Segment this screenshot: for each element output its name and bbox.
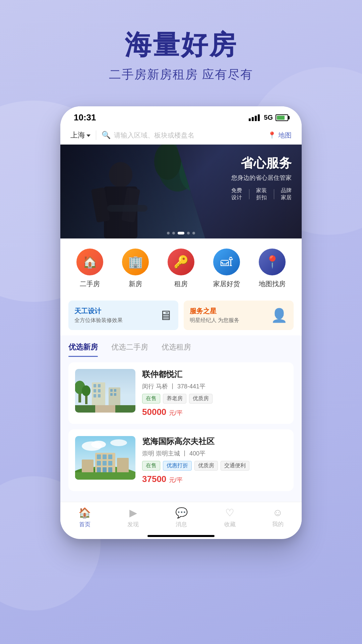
tab-rent[interactable]: 优选租房: [162, 342, 191, 357]
header-title: 海量好房: [0, 30, 362, 60]
listing-tags-1: 在售 养老房 优质房: [142, 394, 287, 404]
map-pin-icon: 📍: [268, 131, 276, 139]
tabs-section: 优选新房 优选二手房 优选租房: [60, 335, 302, 357]
category-new[interactable]: 🏢 新房: [122, 249, 149, 288]
header-subtitle: 二手房新房租房 应有尽有: [0, 66, 362, 83]
mine-icon: ☺: [273, 507, 283, 518]
svg-rect-17: [98, 384, 101, 387]
nav-favorites[interactable]: ♡ 收藏: [224, 507, 236, 528]
message-icon: 💬: [175, 507, 188, 519]
svg-rect-20: [94, 394, 96, 397]
category-section: 🏠 二手房 🏢 新房 🔑 租房 🛋 家居好货 📍 地图找房: [60, 238, 302, 295]
status-bar: 10:31 5G: [60, 106, 302, 126]
map-button[interactable]: 📍 地图: [268, 131, 292, 140]
listing-card-2[interactable]: 览海国际高尔夫社区 崇明 崇明主城 丨 400平 在售 优惠打折 优质房 交通便…: [68, 429, 294, 491]
promo-design-text: 天工设计 全方位体验装修效果: [74, 307, 123, 324]
tag-elderly-1: 养老房: [163, 394, 186, 404]
map-label: 地图: [278, 131, 292, 140]
svg-rect-41: [108, 461, 112, 466]
phone-mockup: 10:31 5G 上海 🔍: [60, 106, 302, 539]
banner-dot-4: [187, 232, 190, 234]
svg-rect-37: [103, 454, 107, 459]
category-secondhand[interactable]: 🏠 二手房: [76, 249, 103, 288]
nav-mine[interactable]: ☺ 我的: [272, 507, 284, 528]
banner-dot-2: [172, 232, 175, 234]
banner-tag-divider-2: [274, 189, 274, 199]
category-label-new: 新房: [129, 279, 142, 288]
nav-message[interactable]: 💬 消息: [175, 507, 188, 528]
listing-info-1: 联仲都悦汇 闵行 马桥 丨 378-441平 在售 养老房 优质房 50000 …: [142, 369, 287, 417]
svg-rect-36: [97, 454, 101, 459]
nav-favorites-label: 收藏: [224, 521, 236, 528]
tab-secondhand[interactable]: 优选二手房: [111, 342, 148, 357]
category-label-map: 地图找房: [259, 279, 286, 288]
svg-point-31: [91, 441, 106, 448]
status-time: 10:31: [74, 112, 96, 123]
search-placeholder: 请输入区域、板块或楼盘名: [114, 131, 194, 140]
price-unit-2: 元/平: [169, 477, 183, 483]
signal-bar-1: [249, 118, 251, 121]
listing-meta-1: 闵行 马桥 丨 378-441平: [142, 382, 287, 390]
category-icon-rent: 🔑: [168, 249, 194, 275]
tag-discount-2: 优惠打折: [163, 461, 192, 471]
network-label: 5G: [264, 114, 273, 121]
nav-discover[interactable]: ▶ 发现: [127, 507, 139, 528]
home-icon: 🏠: [78, 507, 91, 519]
battery-fill: [277, 116, 285, 120]
price-unit-1: 元/平: [169, 410, 183, 416]
city-selector[interactable]: 上海: [70, 130, 90, 140]
promo-section: 天工设计 全方位体验装修效果 🖥 服务之星 明星经纪人 为您服务 👤: [60, 295, 302, 335]
banner-content: 省心服务 您身边的省心居住管家 免费设计 家装折扣 品牌家居: [231, 155, 292, 201]
promo-design-title: 天工设计: [74, 307, 123, 316]
banner-dot-3: [178, 232, 184, 234]
listing-img-2: [75, 436, 135, 480]
svg-rect-28: [95, 405, 115, 413]
home-indicator: [147, 535, 215, 537]
banner-title: 省心服务: [231, 155, 292, 172]
promo-card-service[interactable]: 服务之星 明星经纪人 为您服务 👤: [184, 301, 294, 330]
tabs-row: 优选新房 优选二手房 优选租房: [68, 342, 294, 357]
nav-home[interactable]: 🏠 首页: [78, 507, 91, 528]
promo-card-design[interactable]: 天工设计 全方位体验装修效果 🖥: [68, 301, 178, 330]
category-icon-furniture: 🛋: [213, 249, 240, 275]
svg-rect-46: [117, 458, 129, 475]
listing-card-1[interactable]: 联仲都悦汇 闵行 马桥 丨 378-441平 在售 养老房 优质房 50000 …: [68, 362, 294, 424]
tab-new[interactable]: 优选新房: [68, 342, 98, 357]
listing-info-2: 览海国际高尔夫社区 崇明 崇明主城 丨 400平 在售 优惠打折 优质房 交通便…: [142, 436, 287, 484]
banner[interactable]: 省心服务 您身边的省心居住管家 免费设计 家装折扣 品牌家居: [60, 145, 302, 238]
category-label-rent: 租房: [174, 279, 188, 288]
banner-dot-1: [167, 232, 170, 234]
category-icon-map: 📍: [259, 249, 286, 275]
promo-design-subtitle: 全方位体验装修效果: [74, 317, 123, 324]
bottom-nav: 🏠 首页 ▶ 发现 💬 消息 ♡ 收藏 ☺ 我的: [60, 502, 302, 532]
discover-icon: ▶: [129, 507, 137, 519]
listing-name-1: 联仲都悦汇: [142, 369, 287, 380]
category-furniture[interactable]: 🛋 家居好货: [213, 249, 240, 288]
category-label-furniture: 家居好货: [213, 279, 240, 288]
banner-dot-5: [192, 232, 195, 234]
tag-quality-1: 优质房: [189, 394, 213, 404]
promo-design-icon: 🖥: [159, 308, 172, 323]
category-map[interactable]: 📍 地图找房: [259, 249, 286, 288]
signal-bar-4: [258, 114, 260, 121]
svg-rect-40: [103, 461, 107, 466]
svg-rect-18: [94, 389, 96, 392]
nav-mine-label: 我的: [272, 520, 284, 528]
signal-bar-3: [255, 116, 257, 121]
listing-price-1: 50000 元/平: [142, 407, 287, 417]
category-rent[interactable]: 🔑 租房: [168, 249, 194, 288]
status-icons: 5G: [249, 114, 288, 121]
banner-tag-2: 家装折扣: [256, 187, 267, 201]
svg-rect-24: [114, 389, 116, 392]
svg-rect-47: [75, 472, 135, 480]
banner-tag-divider-1: [249, 189, 249, 199]
search-divider: [96, 130, 96, 140]
search-bar[interactable]: 上海 🔍 请输入区域、板块或楼盘名 📍 地图: [60, 126, 302, 145]
nav-message-label: 消息: [176, 521, 187, 528]
search-input-area[interactable]: 🔍 请输入区域、板块或楼盘名: [102, 131, 262, 140]
svg-point-32: [110, 439, 127, 446]
tag-transport-2: 交通便利: [221, 461, 249, 471]
svg-rect-25: [110, 393, 113, 396]
favorites-icon: ♡: [225, 507, 234, 519]
nav-discover-label: 发现: [127, 521, 139, 528]
